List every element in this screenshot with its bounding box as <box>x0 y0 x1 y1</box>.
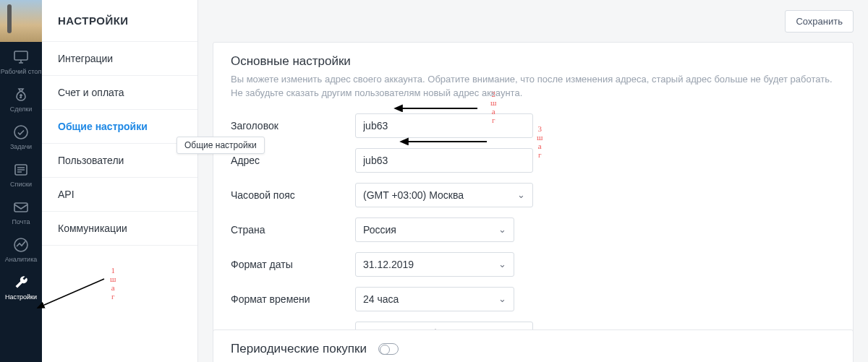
label-country: Страна <box>231 224 355 236</box>
sidenav-item-general[interactable]: Общие настройки <box>42 110 197 144</box>
rail-label: Сделки <box>10 105 33 113</box>
annotation-label-1: 1 ш а г <box>110 266 116 301</box>
card2-heading: Периодические покупки <box>231 342 367 356</box>
svg-rect-3 <box>14 203 27 212</box>
rail-label: Почта <box>12 218 30 225</box>
sidenav-item-integrations[interactable]: Интеграции <box>42 42 197 76</box>
select-timezone-value: (GMT +03:00) Москва <box>363 189 464 201</box>
chevron-down-icon: ⌄ <box>517 189 525 200</box>
select-timezone[interactable]: (GMT +03:00) Москва ⌄ <box>355 183 533 207</box>
row-country: Страна Россия ⌄ <box>231 217 835 242</box>
input-title[interactable] <box>355 113 533 138</box>
annotation-label-3: 3 ш а г <box>537 124 542 159</box>
row-timeformat: Формат времени 24 часа ⌄ <box>231 287 835 311</box>
chevron-down-icon: ⌄ <box>498 224 506 235</box>
sidenav-item-communications[interactable]: Коммуникации <box>42 212 197 246</box>
card-heading: Основные настройки <box>231 54 835 69</box>
label-title: Заголовок <box>231 120 355 132</box>
rail-label: Списки <box>10 181 32 188</box>
recurring-toggle[interactable] <box>378 343 399 355</box>
rail-item-tasks[interactable]: Задачи <box>0 117 42 155</box>
label-timezone: Часовой пояс <box>231 189 355 201</box>
rail-label: Рабочий стол <box>1 68 42 75</box>
label-dateformat: Формат даты <box>231 259 355 270</box>
rail-label: Задачи <box>10 143 32 150</box>
select-dateformat[interactable]: 31.12.2019 ⌄ <box>355 252 514 277</box>
avatar[interactable] <box>0 0 42 42</box>
sidenav-item-billing[interactable]: Счет и оплата <box>42 76 197 110</box>
svg-point-1 <box>14 126 27 139</box>
sidenav-item-users[interactable]: Пользователи <box>42 144 197 178</box>
rail-item-dashboard[interactable]: Рабочий стол <box>0 42 42 79</box>
chevron-down-icon: ⌄ <box>498 259 506 270</box>
row-timezone: Часовой пояс (GMT +03:00) Москва ⌄ <box>231 183 835 207</box>
analytics-icon <box>12 236 30 254</box>
rail-item-deals[interactable]: Сделки <box>0 79 42 117</box>
svg-rect-0 <box>14 51 27 60</box>
tooltip: Общие настройки <box>176 137 265 154</box>
sidenav-item-api[interactable]: API <box>42 178 197 212</box>
check-circle-icon <box>12 124 30 141</box>
rail-item-analytics[interactable]: Аналитика <box>0 230 42 267</box>
rail-item-lists[interactable]: Списки <box>0 155 42 192</box>
select-country-value: Россия <box>363 224 396 236</box>
row-address: Адрес <box>231 148 835 173</box>
mail-icon <box>12 199 30 216</box>
select-dateformat-value: 31.12.2019 <box>363 259 414 270</box>
label-timeformat: Формат времени <box>231 293 355 305</box>
rail-item-mail[interactable]: Почта <box>0 192 42 230</box>
general-settings-card: Основные настройки Вы можете изменить ад… <box>213 42 854 362</box>
chevron-down-icon: ⌄ <box>498 293 506 304</box>
wrench-icon <box>12 274 30 291</box>
recurring-purchases-card: Периодические покупки <box>213 329 854 362</box>
sidenav-title: НАСТРОЙКИ <box>42 0 197 42</box>
rail-label: Аналитика <box>5 256 38 263</box>
select-country[interactable]: Россия ⌄ <box>355 217 514 242</box>
input-address[interactable] <box>355 148 533 173</box>
save-button[interactable]: Сохранить <box>785 10 854 33</box>
moneybag-icon <box>12 86 30 103</box>
select-timeformat[interactable]: 24 часа ⌄ <box>355 287 514 311</box>
left-rail: Рабочий стол Сделки Задачи Списки Почта … <box>0 0 42 362</box>
annotation-label-2: 2 ш а г <box>490 90 496 124</box>
row-title: Заголовок <box>231 113 835 138</box>
row-dateformat: Формат даты 31.12.2019 ⌄ <box>231 252 835 277</box>
rail-item-settings[interactable]: Настройки <box>0 267 42 305</box>
label-address: Адрес <box>231 155 355 166</box>
select-timeformat-value: 24 часа <box>363 293 399 305</box>
settings-sidenav: НАСТРОЙКИ Интеграции Счет и оплата Общие… <box>42 0 198 362</box>
desktop-icon <box>12 48 30 66</box>
rail-label: Настройки <box>5 293 37 301</box>
card-description: Вы можете изменить адрес своего аккаунта… <box>231 73 835 100</box>
list-icon <box>12 161 30 178</box>
topbar: Сохранить <box>198 0 868 42</box>
